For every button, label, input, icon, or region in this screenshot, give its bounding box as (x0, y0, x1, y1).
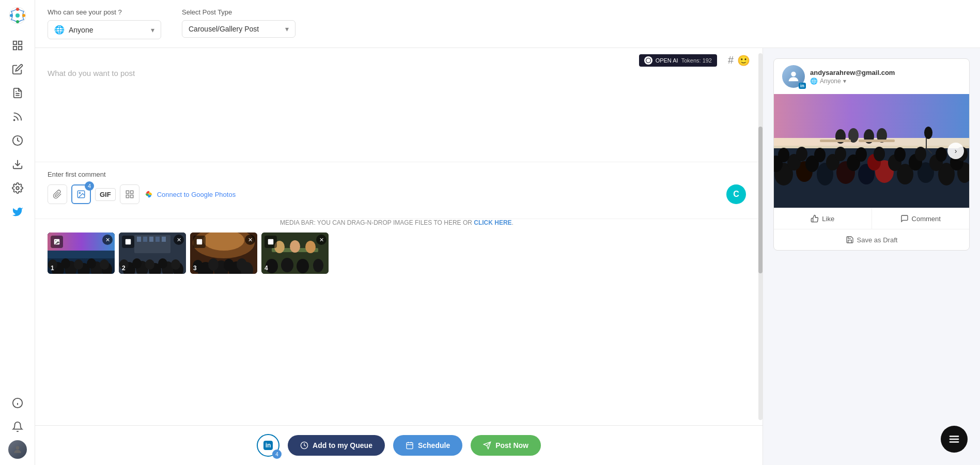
hashtag-button[interactable]: # (728, 54, 734, 66)
topbar: Who can see your post ? 🌐 Anyone ▾ Selec… (35, 0, 980, 48)
privacy-value: Anyone (820, 78, 841, 85)
thumb-3-close[interactable]: ✕ (245, 235, 255, 245)
content-area: OPEN AI Tokens: 192 # 🙂 What do you want… (35, 48, 980, 465)
svg-point-1 (15, 13, 20, 18)
avatar-wrap: in (782, 65, 805, 88)
editor-content: OPEN AI Tokens: 192 # 🙂 What do you want… (35, 48, 758, 425)
attachment-button[interactable] (48, 184, 67, 204)
post-now-button[interactable]: Post Now (471, 435, 541, 456)
save-draft-label: Save as Draft (857, 236, 898, 244)
svg-point-122 (796, 147, 807, 161)
comment-button[interactable]: Comment (872, 208, 970, 229)
preview-card: in andysarahrew@gmail.com 🌐 Anyone ▾ (773, 58, 970, 251)
svg-point-19 (15, 446, 19, 450)
thumbnail-1: ✕ 1 (48, 233, 115, 274)
sidebar-item-content[interactable] (7, 83, 28, 103)
thumb-1-close[interactable]: ✕ (102, 235, 113, 245)
thumb-2-close[interactable]: ✕ (174, 235, 184, 245)
openai-label: OPEN AI (656, 57, 678, 64)
gif-button[interactable]: GIF (95, 188, 116, 201)
emoji-button[interactable]: 🙂 (737, 54, 750, 67)
post-type-label: Select Post Type (182, 8, 295, 16)
linkedin-badge[interactable]: in 4 (257, 434, 279, 457)
visibility-value: Anyone (69, 26, 93, 34)
layout-button[interactable] (120, 184, 139, 204)
thumb-4-close[interactable]: ✕ (316, 235, 326, 245)
thumb-1-number: 1 (51, 265, 54, 272)
media-bar: MEDIA BAR: YOU CAN DRAG-N-DROP IMAGE FIL… (35, 219, 758, 282)
post-type-value: Carousel/Gallery Post (189, 25, 259, 33)
svg-point-39 (55, 240, 56, 241)
image-upload-button[interactable]: 4 (71, 184, 91, 204)
media-thumbnails: ✕ 1 (48, 233, 746, 274)
svg-rect-45 (155, 237, 160, 242)
svg-point-35 (74, 259, 83, 270)
schedule-label: Schedule (418, 441, 450, 450)
sidebar-item-dashboard[interactable] (7, 35, 28, 56)
post-text-input[interactable]: What do you want to post (48, 69, 746, 151)
sidebar-item-info[interactable] (7, 393, 28, 413)
svg-rect-81 (407, 443, 413, 449)
svg-point-21 (79, 192, 80, 193)
svg-point-54 (145, 259, 154, 270)
svg-point-77 (297, 259, 309, 273)
google-photos-button[interactable]: Connect to Google Photos (144, 189, 236, 199)
svg-rect-98 (926, 138, 927, 148)
svg-point-36 (87, 258, 96, 269)
sidebar-item-twitter[interactable] (7, 202, 28, 222)
like-button[interactable]: Like (774, 208, 872, 229)
visibility-select[interactable]: 🌐 Anyone ▾ (48, 20, 161, 39)
sidebar-item-compose[interactable] (7, 59, 28, 80)
canva-button[interactable]: C (726, 184, 746, 204)
openai-badge: OPEN AI Tokens: 192 (639, 54, 717, 67)
add-to-queue-button[interactable]: Add to my Queue (288, 435, 385, 456)
thumb-3-icon (193, 236, 206, 248)
svg-rect-25 (130, 195, 133, 198)
svg-point-128 (915, 147, 926, 161)
globe-icon: 🌐 (54, 25, 65, 35)
svg-point-15 (16, 187, 19, 190)
svg-point-37 (100, 259, 109, 270)
chevron-down-small-icon: ▾ (843, 78, 846, 85)
sidebar-user-avatar[interactable] (8, 440, 27, 459)
svg-rect-46 (162, 237, 166, 242)
action-bar: in 4 Add to my Queue Schedule (35, 425, 763, 465)
svg-point-53 (132, 258, 142, 269)
svg-point-68 (237, 258, 247, 271)
sidebar-item-download[interactable] (7, 154, 28, 175)
svg-point-97 (924, 127, 932, 139)
schedule-button[interactable]: Schedule (393, 435, 462, 456)
sidebar-item-settings[interactable] (7, 178, 28, 198)
svg-point-55 (158, 258, 167, 269)
sidebar-item-feed[interactable] (7, 106, 28, 127)
svg-point-3 (22, 14, 25, 17)
svg-point-2 (16, 8, 19, 11)
thumb-2-icon (122, 236, 134, 248)
sidebar-item-notifications[interactable] (7, 416, 28, 437)
thumbnail-2: ✕ 2 (119, 233, 186, 274)
svg-rect-22 (126, 191, 129, 193)
post-type-section: Select Post Type Carousel/Gallery Post ▾ (182, 8, 295, 38)
svg-point-87 (791, 72, 796, 76)
preview-email: andysarahrew@gmail.com (810, 69, 961, 76)
svg-rect-57 (126, 239, 131, 245)
thumb-4-number: 4 (265, 265, 268, 272)
linkedin-count: 4 (272, 450, 282, 459)
svg-rect-44 (149, 237, 153, 242)
post-text-area: OPEN AI Tokens: 192 # 🙂 What do you want… (35, 48, 758, 162)
sidebar-item-analytics[interactable] (7, 130, 28, 151)
carousel-next-button[interactable]: › (947, 143, 964, 159)
thumb-4-icon (265, 236, 277, 248)
svg-point-12 (13, 120, 14, 121)
avatar-linkedin-badge: in (799, 83, 806, 89)
click-here-link[interactable]: CLICK HERE (474, 219, 511, 226)
save-as-draft-button[interactable]: Save as Draft (774, 229, 969, 250)
preview-header: in andysarahrew@gmail.com 🌐 Anyone ▾ (774, 59, 969, 94)
editor-scrollbar[interactable] (758, 53, 763, 420)
svg-rect-42 (137, 237, 141, 242)
chevron-down-icon: ▾ (151, 26, 154, 34)
app-logo[interactable] (8, 6, 27, 27)
post-type-select[interactable]: Carousel/Gallery Post ▾ (182, 20, 295, 38)
preview-user-info: andysarahrew@gmail.com 🌐 Anyone ▾ (810, 69, 961, 85)
fab-menu-button[interactable] (941, 426, 968, 453)
